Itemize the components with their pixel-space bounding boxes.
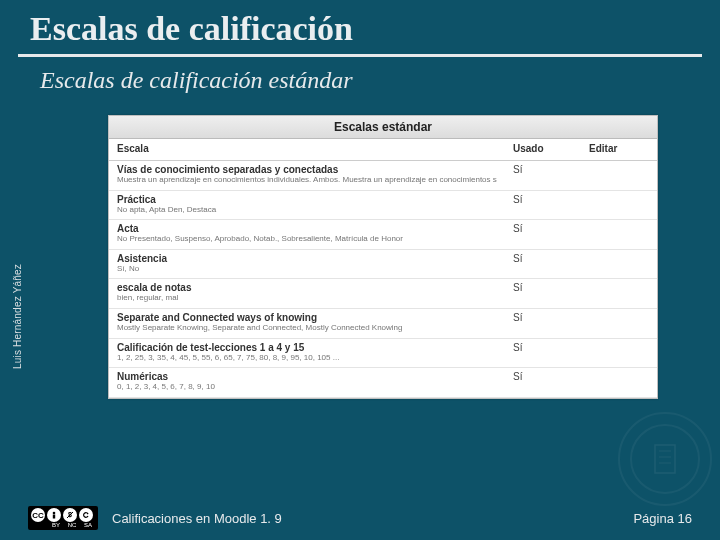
author-vertical: Luis Hernández Yáñez <box>12 264 23 369</box>
scale-name: Separate and Connected ways of knowing <box>117 312 497 323</box>
scale-used: Sí <box>505 338 581 368</box>
scale-name: escala de notas <box>117 282 497 293</box>
scale-name: Numéricas <box>117 371 497 382</box>
svg-rect-5 <box>53 515 55 519</box>
slide-subtitle: Escalas de calificación estándar <box>0 57 720 94</box>
svg-point-4 <box>53 512 56 515</box>
panel-header: Escalas estándar <box>109 116 657 139</box>
scale-edit <box>581 249 657 279</box>
scale-used: Sí <box>505 249 581 279</box>
scale-used: Sí <box>505 161 581 191</box>
nc-label: NC <box>65 522 79 528</box>
table-row: PrácticaNo apta, Apta Den, Destaca Sí <box>109 190 657 220</box>
slide: Escalas de calificación Escalas de calif… <box>0 0 720 540</box>
scale-name: Acta <box>117 223 497 234</box>
table-row: escala de notasbien, regular, mal Sí <box>109 279 657 309</box>
scale-used: Sí <box>505 368 581 398</box>
page-number: Página 16 <box>633 511 692 526</box>
scale-desc: Mostly Separate Knowing, Separate and Co… <box>117 323 497 333</box>
slide-title: Escalas de calificación <box>0 0 720 54</box>
scale-name: Calificación de test-lecciones 1 a 4 y 1… <box>117 342 497 353</box>
seal-watermark <box>618 412 712 506</box>
table-row: Separate and Connected ways of knowingMo… <box>109 308 657 338</box>
table-row: Numéricas0, 1, 2, 3, 4, 5, 6, 7, 8, 9, 1… <box>109 368 657 398</box>
scale-name: Asistencia <box>117 253 497 264</box>
nc-icon: $ <box>63 508 77 522</box>
scale-used: Sí <box>505 220 581 250</box>
table-row: Calificación de test-lecciones 1 a 4 y 1… <box>109 338 657 368</box>
sa-icon <box>79 508 93 522</box>
scale-edit <box>581 279 657 309</box>
scale-used: Sí <box>505 279 581 309</box>
col-edit: Editar <box>581 139 657 161</box>
sa-label: SA <box>81 522 95 528</box>
col-scale: Escala <box>109 139 505 161</box>
by-icon <box>47 508 61 522</box>
scale-edit <box>581 220 657 250</box>
scale-desc: 1, 2, 25, 3, 35, 4, 45, 5, 55, 6, 65, 7,… <box>117 353 497 363</box>
scale-desc: bien, regular, mal <box>117 293 497 303</box>
scale-desc: Sí, No <box>117 264 497 274</box>
scale-desc: 0, 1, 2, 3, 4, 5, 6, 7, 8, 9, 10 <box>117 382 497 392</box>
cc-icon: CC <box>31 508 45 522</box>
footer: CC $ BY NC SA <box>0 506 720 530</box>
scale-edit <box>581 338 657 368</box>
table-row: ActaNo Presentado, Suspenso, Aprobado, N… <box>109 220 657 250</box>
scale-used: Sí <box>505 308 581 338</box>
footer-course: Calificaciones en Moodle 1. 9 <box>112 511 282 526</box>
scale-name: Vías de conocimiento separadas y conecta… <box>117 164 497 175</box>
scale-edit <box>581 308 657 338</box>
cc-label <box>33 522 47 528</box>
scale-edit <box>581 161 657 191</box>
scale-used: Sí <box>505 190 581 220</box>
svg-rect-0 <box>655 445 675 473</box>
scale-edit <box>581 190 657 220</box>
scale-edit <box>581 368 657 398</box>
scale-name: Práctica <box>117 194 497 205</box>
scale-desc: No Presentado, Suspenso, Aprobado, Notab… <box>117 234 497 244</box>
scale-desc: No apta, Apta Den, Destaca <box>117 205 497 215</box>
cc-badge: CC $ BY NC SA <box>28 506 98 530</box>
col-used: Usado <box>505 139 581 161</box>
table-row: AsistenciaSí, No Sí <box>109 249 657 279</box>
scale-desc: Muestra un aprendizaje en conocimientos … <box>117 175 497 185</box>
by-label: BY <box>49 522 63 528</box>
table-row: Vías de conocimiento separadas y conecta… <box>109 161 657 191</box>
scales-panel: Escalas estándar Escala Usado Editar Vía… <box>108 115 658 399</box>
scales-table: Escala Usado Editar Vías de conocimiento… <box>109 139 657 398</box>
